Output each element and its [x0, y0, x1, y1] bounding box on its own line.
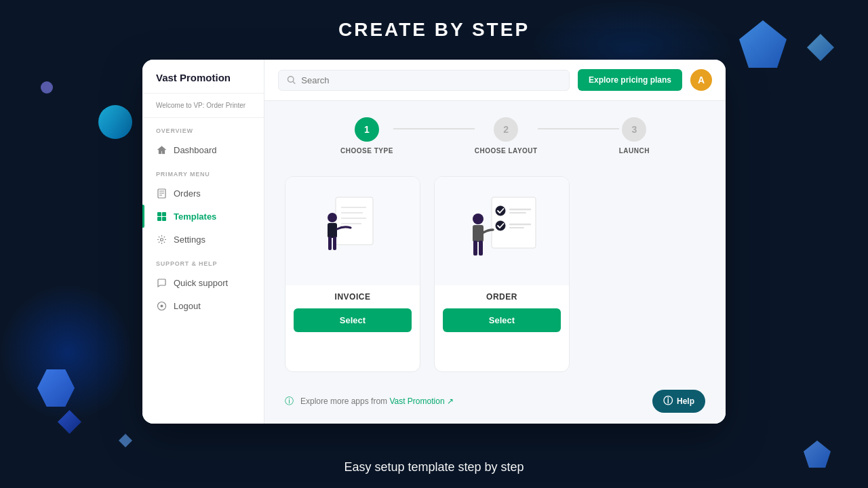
- search-box[interactable]: [278, 70, 570, 91]
- order-select-button[interactable]: Select: [443, 308, 561, 332]
- step-2-circle: 2: [494, 117, 518, 142]
- svg-rect-9: [336, 197, 373, 245]
- info-icon: ⓘ: [285, 395, 294, 407]
- svg-rect-4: [162, 217, 166, 221]
- settings-label: Settings: [174, 235, 205, 245]
- sidebar-item-dashboard[interactable]: Dashboard: [142, 138, 264, 161]
- step-3-label: LAUNCH: [619, 147, 650, 155]
- step-1-label: CHOOSE TYPE: [340, 147, 393, 155]
- footer-area: ⓘ Explore more apps from Vast Promotion …: [264, 383, 726, 424]
- svg-rect-28: [479, 241, 483, 256]
- invoice-select-button[interactable]: Select: [294, 308, 412, 332]
- svg-rect-15: [328, 223, 337, 238]
- nav-section-primary: PRIMARY MENU: [142, 161, 264, 182]
- svg-rect-1: [157, 212, 161, 216]
- help-label: Help: [677, 396, 694, 406]
- svg-point-7: [160, 304, 163, 307]
- sidebar-item-orders[interactable]: Orders: [142, 182, 264, 205]
- welcome-message: Welcome to VP: Order Printer: [142, 94, 264, 118]
- nav-section-support: SUPPORT & HELP: [142, 251, 264, 271]
- sidebar-item-quick-support[interactable]: Quick support: [142, 271, 264, 294]
- invoice-card: INVOICE Select: [285, 176, 420, 372]
- step-3-circle: 3: [622, 117, 646, 142]
- step-1-circle: 1: [355, 117, 379, 142]
- logout-icon: [156, 300, 167, 311]
- svg-rect-26: [473, 225, 484, 242]
- bottom-tagline: Easy setup template step by step: [0, 460, 868, 474]
- search-icon: [287, 75, 296, 85]
- svg-rect-3: [157, 217, 161, 221]
- invoice-label: INVOICE: [335, 285, 371, 308]
- quick-support-label: Quick support: [174, 278, 228, 288]
- dashboard-label: Dashboard: [174, 145, 217, 155]
- app-logo: Vast Promotion: [142, 60, 264, 94]
- invoice-svg-illustration: [315, 184, 390, 279]
- svg-rect-17: [333, 237, 336, 250]
- logout-label: Logout: [174, 301, 201, 311]
- main-content: Explore pricing plans A 1 CHOOSE TYPE 2 …: [264, 60, 726, 424]
- steps-area: 1 CHOOSE TYPE 2 CHOOSE LAYOUT 3 LAUNCH: [264, 101, 726, 165]
- footer-explore-text: Explore more apps from Vast Promotion ↗: [300, 396, 454, 406]
- svg-rect-27: [473, 241, 477, 256]
- avatar: A: [690, 69, 712, 91]
- invoice-illustration-container: [285, 177, 420, 285]
- sidebar-item-logout[interactable]: Logout: [142, 294, 264, 317]
- help-circle-icon: ⓘ: [663, 395, 673, 407]
- svg-point-25: [473, 214, 484, 224]
- templates-icon: [156, 211, 167, 222]
- order-label: ORDER: [486, 285, 517, 308]
- topbar: Explore pricing plans A: [264, 60, 726, 101]
- orders-label: Orders: [174, 188, 201, 199]
- step-launch: 3 LAUNCH: [619, 117, 650, 155]
- step-connector-1: [393, 128, 475, 129]
- nav-section-overview: OVERVIEW: [142, 118, 264, 138]
- sidebar-item-templates[interactable]: Templates: [142, 205, 264, 228]
- pricing-button[interactable]: Explore pricing plans: [578, 69, 682, 91]
- templates-label: Templates: [174, 211, 216, 222]
- settings-icon: [156, 234, 167, 245]
- svg-point-5: [160, 238, 163, 241]
- svg-rect-2: [162, 212, 166, 216]
- vast-promotion-link[interactable]: Vast Promotion ↗: [389, 396, 454, 406]
- order-illustration-container: [435, 177, 569, 285]
- step-2-label: CHOOSE LAYOUT: [475, 147, 538, 155]
- sidebar-item-settings[interactable]: Settings: [142, 228, 264, 251]
- svg-point-14: [328, 213, 337, 222]
- sidebar: Vast Promotion Welcome to VP: Order Prin…: [142, 60, 264, 424]
- step-choose-type: 1 CHOOSE TYPE: [340, 117, 393, 155]
- order-svg-illustration: [458, 184, 546, 279]
- step-connector-2: [538, 128, 619, 129]
- search-input[interactable]: [301, 75, 561, 85]
- orders-icon: [156, 188, 167, 199]
- svg-rect-16: [328, 237, 332, 250]
- order-card: ORDER Select: [434, 176, 570, 372]
- help-button[interactable]: ⓘ Help: [652, 390, 705, 413]
- step-choose-layout: 2 CHOOSE LAYOUT: [475, 117, 538, 155]
- home-icon: [156, 144, 167, 155]
- template-cards-area: INVOICE Select: [264, 165, 726, 383]
- app-card: Vast Promotion Welcome to VP: Order Prin…: [142, 60, 726, 424]
- support-icon: [156, 277, 167, 288]
- page-title: CREATE BY STEP: [0, 0, 868, 41]
